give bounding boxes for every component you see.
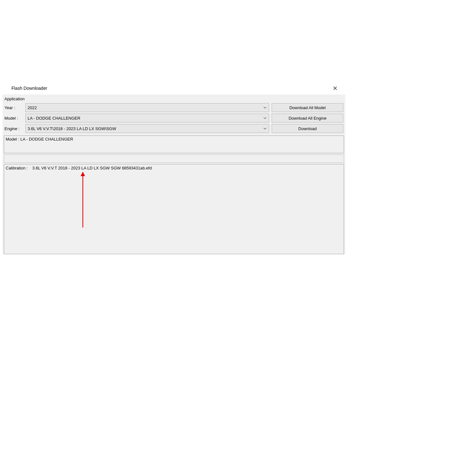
application-label: Application bbox=[3, 96, 345, 103]
download-button[interactable]: Download bbox=[272, 124, 343, 133]
download-all-model-label: Download All Model bbox=[289, 105, 326, 110]
engine-label: Engine : bbox=[4, 126, 23, 131]
chevron-down-icon bbox=[263, 116, 267, 120]
engine-value: 3.6L V6 V.V.T\2018 - 2023 LA LD LX SGW\S… bbox=[28, 126, 116, 131]
model-value: LA - DODGE CHALLENGER bbox=[28, 116, 80, 121]
model-dropdown[interactable]: LA - DODGE CHALLENGER bbox=[25, 114, 269, 122]
content-area: Application Year : 2022 Download All Mod… bbox=[3, 95, 345, 254]
chevron-down-icon bbox=[263, 106, 267, 109]
chevron-down-icon bbox=[263, 127, 267, 130]
year-dropdown[interactable]: 2022 bbox=[25, 103, 269, 112]
progress-bar bbox=[4, 155, 344, 163]
calibration-text: Calibration : 3.6L V6 V.V.T 2018 - 2023 … bbox=[6, 166, 152, 170]
model-panel-text: Model : LA - DODGE CHALLENGER bbox=[6, 137, 73, 142]
form-grid: Year : 2022 Download All Model Model : L… bbox=[3, 103, 345, 135]
download-label: Download bbox=[298, 126, 317, 131]
year-label: Year : bbox=[4, 105, 23, 110]
titlebar: Flash Downloader bbox=[3, 82, 345, 95]
download-all-model-button[interactable]: Download All Model bbox=[272, 103, 343, 112]
annotation-arrow-icon bbox=[79, 172, 87, 229]
flash-downloader-window: Flash Downloader Application Year : 2022… bbox=[3, 82, 345, 255]
engine-dropdown[interactable]: 3.6L V6 V.V.T\2018 - 2023 LA LD LX SGW\S… bbox=[25, 124, 269, 133]
svg-marker-3 bbox=[81, 172, 85, 176]
download-all-engine-label: Download All Engine bbox=[288, 116, 326, 121]
download-all-engine-button[interactable]: Download All Engine bbox=[272, 114, 343, 122]
close-icon bbox=[333, 86, 337, 90]
window-title: Flash Downloader bbox=[11, 86, 47, 91]
close-button[interactable] bbox=[329, 83, 341, 93]
model-panel: Model : LA - DODGE CHALLENGER bbox=[4, 136, 344, 153]
year-value: 2022 bbox=[28, 105, 37, 110]
calibration-panel: Calibration : 3.6L V6 V.V.T 2018 - 2023 … bbox=[4, 164, 344, 254]
model-label: Model : bbox=[4, 116, 23, 121]
